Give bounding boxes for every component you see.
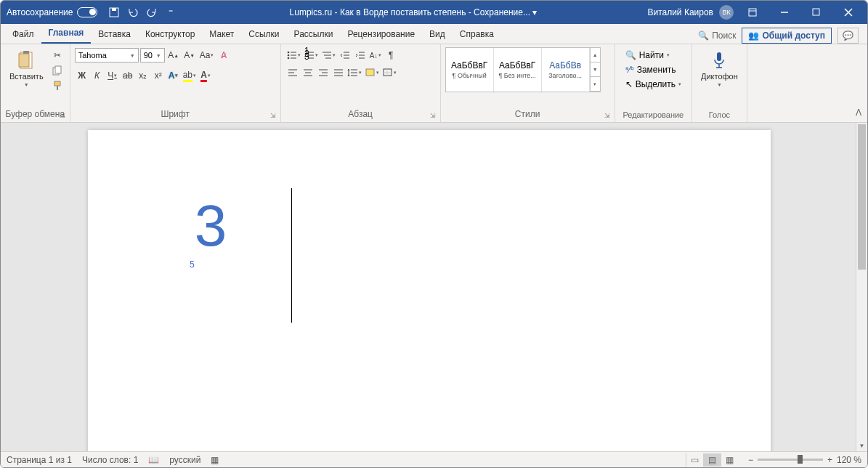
exponent-number: 3 (195, 193, 227, 258)
pilcrow-icon[interactable]: ¶ (384, 47, 398, 63)
font-launcher-icon[interactable]: ⇲ (270, 112, 276, 119)
italic-button[interactable]: К (90, 68, 105, 84)
find-button[interactable]: 🔍Найти▾ (622, 49, 684, 62)
comments-button[interactable]: 💬 (837, 28, 859, 44)
line-spacing-icon[interactable] (346, 65, 363, 81)
select-button[interactable]: ↖Выделить▾ (622, 78, 684, 91)
ribbon-options-icon[interactable] (739, 2, 766, 23)
svg-rect-2 (749, 9, 756, 16)
macro-icon[interactable]: ▦ (211, 455, 219, 465)
search-box[interactable]: 🔍Поиск (698, 31, 736, 41)
superscript-button[interactable]: x² (151, 68, 166, 84)
copy-icon[interactable] (51, 64, 64, 77)
align-right-icon[interactable] (316, 65, 330, 81)
font-color-icon[interactable]: A (198, 68, 213, 84)
zoom-in-icon[interactable]: + (827, 455, 832, 465)
group-voice: Диктофон ▼ Голос (692, 44, 747, 122)
read-mode-icon[interactable]: ▭ (686, 453, 703, 467)
shading-icon[interactable] (364, 65, 381, 81)
align-center-icon[interactable] (301, 65, 315, 81)
clear-format-icon[interactable]: A̷ (216, 47, 231, 63)
redo-icon[interactable] (144, 4, 160, 20)
print-layout-icon[interactable]: ▤ (703, 453, 721, 467)
autosave-control[interactable]: Автосохранение (7, 7, 97, 17)
tab-help[interactable]: Справка (453, 25, 501, 44)
avatar[interactable]: ВК (719, 5, 734, 20)
maximize-icon[interactable] (803, 2, 830, 23)
style-normal[interactable]: АаБбВвГ¶ Обычный (446, 48, 494, 92)
font-size-combo[interactable]: ▼ (140, 48, 165, 62)
paragraph-launcher-icon[interactable]: ⇲ (430, 112, 436, 119)
language-status[interactable]: русский (169, 455, 200, 465)
justify-icon[interactable] (331, 65, 346, 81)
tab-layout[interactable]: Макет (202, 25, 241, 44)
share-button[interactable]: 👥Общий доступ (742, 28, 832, 44)
indent-icon[interactable] (353, 47, 368, 63)
underline-button[interactable]: Ч (105, 68, 120, 84)
replace-button[interactable]: ᵃ⁄ᵇЗаменить (622, 63, 684, 76)
minimize-icon[interactable] (771, 2, 798, 23)
format-painter-icon[interactable] (51, 79, 64, 92)
borders-icon[interactable] (381, 65, 398, 81)
styles-gallery[interactable]: АаБбВвГ¶ Обычный АаБбВвГ¶ Без инте... Аа… (445, 47, 601, 92)
clipboard-launcher-icon[interactable]: ⇲ (60, 112, 65, 119)
collapse-ribbon-icon[interactable]: ᐱ (856, 108, 861, 118)
change-case-icon[interactable]: Aa (198, 47, 216, 63)
bold-button[interactable]: Ж (75, 68, 89, 84)
undo-icon[interactable] (125, 4, 141, 20)
page[interactable]: 53 (88, 130, 771, 451)
font-size-input[interactable] (144, 51, 153, 60)
multilevel-icon[interactable] (320, 47, 337, 63)
zoom-slider[interactable] (758, 459, 823, 461)
page-status[interactable]: Страница 1 из 1 (7, 455, 72, 465)
styles-launcher-icon[interactable]: ⇲ (604, 112, 610, 119)
web-layout-icon[interactable]: ▦ (721, 453, 738, 467)
shrink-font-icon[interactable]: A▼ (182, 47, 197, 63)
font-name-combo[interactable]: ▼ (75, 48, 139, 62)
document-text[interactable]: 53 (190, 188, 227, 283)
autosave-toggle[interactable] (77, 7, 97, 17)
sort-icon[interactable]: A↓ (368, 47, 384, 63)
grow-font-icon[interactable]: A▲ (166, 47, 181, 63)
text-effects-icon[interactable]: A (166, 68, 181, 84)
tab-view[interactable]: Вид (422, 25, 453, 44)
word-count[interactable]: Число слов: 1 (82, 455, 138, 465)
scroll-down-icon[interactable]: ▼ (856, 440, 867, 451)
subscript-button[interactable]: x₂ (136, 68, 150, 84)
tab-mailings[interactable]: Рассылки (287, 25, 341, 44)
proofing-icon[interactable]: 📖 (148, 455, 159, 465)
bullets-icon[interactable] (285, 47, 302, 63)
document-canvas[interactable]: 53 ▲ ▼ (1, 123, 867, 451)
tab-references[interactable]: Ссылки (241, 25, 286, 44)
font-name-input[interactable] (78, 51, 127, 60)
align-left-icon[interactable] (285, 65, 300, 81)
tab-design[interactable]: Конструктор (138, 25, 202, 44)
outdent-icon[interactable] (338, 47, 352, 63)
zoom-value[interactable]: 120 % (837, 455, 861, 465)
tab-home[interactable]: Главная (41, 23, 92, 44)
dictate-button[interactable]: Диктофон ▼ (697, 47, 742, 90)
zoom-thumb[interactable] (798, 455, 803, 464)
highlight-icon[interactable]: ab (182, 68, 198, 84)
styles-scroll[interactable]: ▲▼▾ (590, 48, 600, 92)
qat-more-icon[interactable]: ⁼ (163, 4, 179, 20)
numbering-icon[interactable]: 123 (303, 47, 320, 63)
search-icon: 🔍 (698, 31, 709, 41)
save-icon[interactable] (106, 4, 122, 20)
style-nospacing[interactable]: АаБбВвГ¶ Без инте... (494, 48, 542, 92)
paste-button[interactable]: Вставить ▼ (5, 47, 48, 90)
scroll-thumb[interactable] (858, 124, 866, 270)
strike-button[interactable]: ab (121, 68, 135, 84)
zoom-out-icon[interactable]: − (748, 455, 753, 465)
chevron-up-icon[interactable]: ▲ (591, 48, 600, 62)
vertical-scrollbar[interactable]: ▲ ▼ (856, 123, 867, 451)
cut-icon[interactable]: ✂ (51, 49, 64, 62)
style-heading1[interactable]: АаБбВвЗаголово... (542, 48, 590, 92)
chevron-down-icon[interactable]: ▼ (591, 62, 600, 77)
tab-file[interactable]: Файл (5, 25, 41, 44)
user-name[interactable]: Виталий Каиров (647, 7, 713, 17)
close-icon[interactable] (835, 2, 861, 23)
styles-more-icon[interactable]: ▾ (591, 77, 600, 92)
tab-insert[interactable]: Вставка (91, 25, 138, 44)
tab-review[interactable]: Рецензирование (340, 25, 422, 44)
